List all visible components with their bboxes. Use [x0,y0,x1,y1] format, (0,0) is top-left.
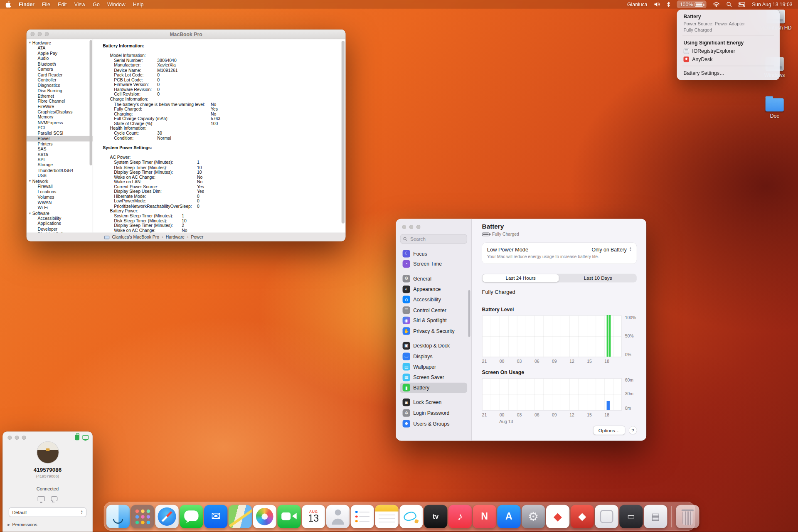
freeform-dock-icon[interactable] [399,505,423,528]
menu-bar-item[interactable]: Window [107,2,126,7]
scrollbar-thumb[interactable] [342,41,345,224]
system-info-sidebar-item[interactable]: Parallel SCSI [27,131,93,136]
secure-connection-icon[interactable] [75,435,79,440]
menu-bar-item[interactable]: Go [93,2,99,7]
system-info-sidebar-item[interactable]: Audio [27,56,93,62]
sidebar-item-wallpaper[interactable]: ▤ Wallpaper [400,362,467,372]
system-info-sidebar-item[interactable]: Thunderbolt/USB4 [27,168,93,173]
system-info-sidebar-item[interactable]: Fibre Channel [27,99,93,104]
sidebar-scrollbar-thumb[interactable] [468,290,470,337]
help-button[interactable]: ? [629,426,636,434]
spotlight-search-icon[interactable] [727,2,732,7]
system-info-sidebar-item[interactable]: ATA [27,46,93,51]
contacts-dock-icon[interactable] [326,505,350,528]
system-info-sidebar-item[interactable]: Bluetooth [27,62,93,67]
battery-menu-bar-item[interactable]: 100% [677,0,707,8]
system-info-sidebar-item[interactable]: Camera [27,67,93,72]
bluetooth-icon[interactable] [667,2,670,7]
system-info-sidebar-item[interactable]: Diagnostics [27,83,93,88]
menu-bar-item[interactable]: File [42,2,50,7]
music-dock-icon[interactable]: ♪ [448,505,472,528]
appstore-dock-icon[interactable]: A [497,505,520,528]
system-info-sidebar-item[interactable]: Ethernet [27,94,93,99]
tab-last-10-days[interactable]: Last 10 Days [560,274,636,282]
tab-last-24-hours[interactable]: Last 24 Hours [483,274,559,282]
system-info-sidebar-item[interactable]: Storage [27,163,93,168]
sidebar-scrollbar[interactable] [90,40,92,232]
sidebar-item-screen-saver[interactable]: ▦ Screen Saver [400,372,467,382]
maps-dock-icon[interactable] [229,505,252,528]
system-info-sidebar-item[interactable]: Wi-Fi [27,205,93,211]
system-info-sidebar-item[interactable]: Volumes [27,195,93,200]
system-info-sidebar-item[interactable]: Controller [27,77,93,83]
permissions-expander[interactable]: ▶ Permissions [7,522,92,527]
volume-icon[interactable] [654,2,660,7]
calendar-dock-icon[interactable]: AUG 13 [302,505,325,528]
system-info-sidebar-item[interactable]: Developer [27,227,93,232]
archive-app-dock-icon[interactable]: ▤ [644,505,667,528]
network-section-header[interactable]: ▾ Network [27,179,93,184]
safari-dock-icon[interactable] [155,505,178,528]
system-info-sidebar-item[interactable]: Disc Burning [27,88,93,94]
wifi-icon[interactable] [713,2,720,7]
options-button[interactable]: Options… [593,426,625,435]
news-dock-icon[interactable]: N [473,505,496,528]
system-info-sidebar-item[interactable]: Disabled Software [27,232,93,233]
launchpad-dock-icon[interactable] [131,505,154,528]
tv-dock-icon[interactable]: tv [424,505,447,528]
system-info-sidebar-item[interactable]: WWAN [27,200,93,205]
low-power-mode-select[interactable]: Only on Battery ▲▼ [592,246,632,252]
system-info-sidebar-item[interactable]: Apple Pay [27,51,93,56]
system-info-sidebar-item[interactable]: Card Reader [27,72,93,78]
system-info-sidebar-item[interactable]: Locations [27,189,93,195]
system-info-sidebar-item[interactable]: FireWire [27,104,93,109]
profile-dropdown[interactable]: Default ▲▼ [9,508,86,517]
system-info-sidebar-item[interactable]: Firewall [27,184,93,189]
minimize-button[interactable] [15,436,19,440]
minimize-button[interactable] [409,225,413,229]
system-info-sidebar-item[interactable]: Memory [27,115,93,120]
fast-user-switching-item[interactable]: Gianluca [627,2,647,7]
sidebar-item-displays[interactable]: ▭ Displays [400,351,467,361]
monitor-icon[interactable] [38,496,45,501]
facetime-dock-icon[interactable] [277,505,300,528]
sidebar-item-general[interactable]: ⚙ General [400,273,467,283]
sidebar-item-screen-time[interactable]: ◔ Screen Time [400,259,467,269]
menu-bar-item[interactable]: View [74,2,85,7]
close-button[interactable] [7,436,12,440]
sidebar-item-lock-screen[interactable]: ◙ Lock Screen [400,397,467,407]
system-info-sidebar-item[interactable]: USB [27,173,93,179]
control-center-icon[interactable] [739,2,745,7]
window-title-bar[interactable]: MacBook Pro [27,30,346,39]
menu-bar-item[interactable]: Edit [58,2,66,7]
disclosure-triangle-icon[interactable]: ▾ [29,40,31,46]
doc-folder-icon[interactable]: Doc [757,98,793,118]
search-input[interactable] [409,236,464,242]
content-scrollbar[interactable] [342,41,345,231]
system-info-sidebar-item[interactable]: Applications [27,221,93,227]
sidebar-item-privacy-security[interactable]: ✋ Privacy & Security [400,326,467,336]
sidebar-item-focus[interactable]: ☾ Focus [400,249,467,259]
sidebar-item-siri-spotlight[interactable]: ◉ Siri & Spotlight [400,315,467,325]
disclosure-triangle-icon[interactable]: ▾ [29,179,31,184]
sidebar-item-battery[interactable]: ▮ Battery [400,383,467,393]
sidebar-item-login-password[interactable]: ✲ Login Password [400,408,467,418]
active-app-menu[interactable]: Finder [19,2,34,7]
sidebar-item-appearance[interactable]: ◐ Appearance [400,284,467,294]
system-info-sidebar-item[interactable]: SAS [27,147,93,152]
chat-icon[interactable] [51,496,57,501]
reminders-dock-icon[interactable] [351,505,374,528]
system-info-sidebar-item[interactable]: NVMExpress [27,120,93,126]
system-info-sidebar-item[interactable]: Graphics/Displays [27,109,93,115]
messages-dock-icon[interactable] [180,505,203,528]
trash-dock-icon[interactable] [676,505,699,528]
system-info-sidebar-item[interactable]: PCI [27,126,93,131]
anydesk-dock-icon[interactable]: ◆ [546,505,569,528]
sidebar-item-desktop-dock[interactable]: ▣ Desktop & Dock [400,341,467,351]
menu-bar-item[interactable]: Help [133,2,143,7]
sidebar-item-accessibility[interactable]: ⊙ Accessibility [400,295,467,305]
system-settings-dock-icon[interactable]: ⚙ [522,505,545,528]
light-app-dock-icon[interactable] [595,505,618,528]
disclosure-triangle-icon[interactable]: ▾ [29,210,31,216]
zoom-button[interactable] [22,436,26,440]
